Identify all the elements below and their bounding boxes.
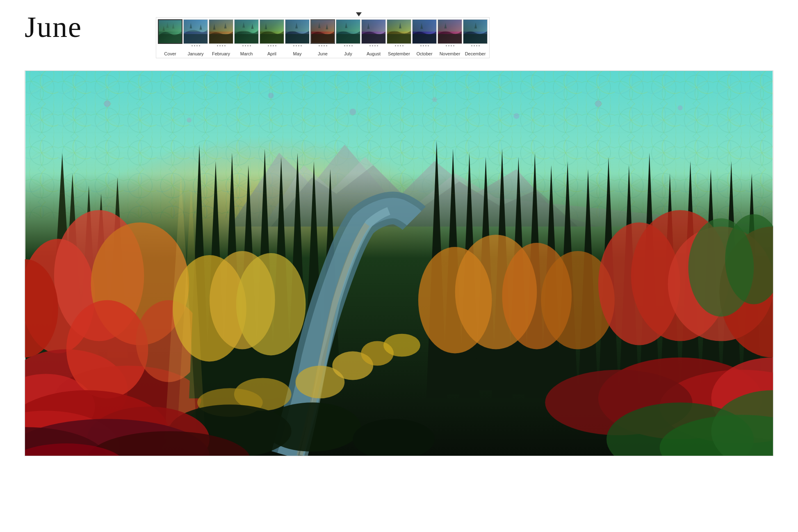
thumb-image-may xyxy=(285,19,310,44)
thumb-image-march xyxy=(234,19,259,44)
thumbnail-strip: Cover January xyxy=(156,17,490,58)
current-page-indicator xyxy=(356,12,362,16)
thumb-image-february xyxy=(209,19,233,44)
thumbnail-strip-container: Cover January xyxy=(156,12,773,58)
thumb-image-september xyxy=(387,19,411,44)
thumb-september[interactable]: September xyxy=(387,19,411,56)
thumb-december[interactable]: December xyxy=(463,19,488,56)
thumb-october[interactable]: October xyxy=(412,19,437,56)
svg-point-89 xyxy=(383,334,420,357)
thumb-image-june xyxy=(310,19,335,44)
main-scene-svg xyxy=(25,71,773,456)
thumb-dots-july xyxy=(336,44,360,50)
thumb-dots-march xyxy=(234,44,259,50)
thumb-dots-august xyxy=(361,44,386,50)
thumb-label-december: December xyxy=(465,51,486,56)
thumb-january[interactable]: January xyxy=(183,19,208,56)
thumb-image-october xyxy=(412,19,437,44)
svg-point-22 xyxy=(513,113,519,119)
svg-point-17 xyxy=(104,100,111,107)
thumb-dots-june xyxy=(310,44,335,50)
thumb-dots-cover xyxy=(158,44,182,50)
svg-point-38 xyxy=(66,300,148,398)
thumb-label-august: August xyxy=(367,51,381,56)
thumb-november[interactable]: November xyxy=(438,19,462,56)
svg-point-51 xyxy=(236,253,306,355)
svg-point-21 xyxy=(432,97,437,102)
thumb-dots-december xyxy=(463,44,488,50)
thumb-label-cover: Cover xyxy=(164,51,176,56)
thumb-august[interactable]: August xyxy=(361,19,386,56)
thumb-april[interactable]: April xyxy=(260,19,284,56)
svg-point-19 xyxy=(268,93,274,98)
thumb-label-november: November xyxy=(440,51,461,56)
thumb-june[interactable]: June xyxy=(310,19,335,56)
thumb-image-december xyxy=(463,19,488,44)
thumb-label-october: October xyxy=(416,51,432,56)
thumb-image-august xyxy=(361,19,386,44)
thumb-may[interactable]: May xyxy=(285,19,310,56)
thumb-july[interactable]: July xyxy=(336,19,360,56)
title-area: June xyxy=(25,12,131,42)
thumb-image-january xyxy=(183,19,208,44)
thumb-image-november xyxy=(438,19,462,44)
thumb-dots-october xyxy=(412,44,437,50)
thumb-dots-january xyxy=(183,44,208,50)
thumb-label-january: January xyxy=(187,51,203,56)
thumb-cover[interactable]: Cover xyxy=(158,19,182,56)
page-title: June xyxy=(25,12,131,42)
thumb-image-april xyxy=(260,19,284,44)
svg-point-24 xyxy=(678,105,683,110)
thumb-label-september: September xyxy=(388,51,410,56)
thumb-label-april: April xyxy=(267,51,276,56)
page-header: June xyxy=(0,0,798,62)
main-image-container xyxy=(25,71,773,456)
thumb-dots-september xyxy=(387,44,411,50)
thumb-label-march: March xyxy=(240,51,253,56)
thumb-label-june: June xyxy=(318,51,328,56)
thumb-image-cover xyxy=(158,19,182,44)
svg-point-23 xyxy=(595,100,602,107)
main-image xyxy=(25,71,773,456)
svg-point-18 xyxy=(187,118,192,123)
thumb-february[interactable]: February xyxy=(209,19,233,56)
thumb-dots-april xyxy=(260,44,284,50)
thumb-dots-february xyxy=(209,44,233,50)
thumb-dots-november xyxy=(438,44,462,50)
thumb-label-july: July xyxy=(344,51,352,56)
thumb-label-february: February xyxy=(212,51,230,56)
thumb-image-july xyxy=(336,19,360,44)
thumb-dots-may xyxy=(285,44,310,50)
thumb-march[interactable]: March xyxy=(234,19,259,56)
thumb-label-may: May xyxy=(293,51,302,56)
